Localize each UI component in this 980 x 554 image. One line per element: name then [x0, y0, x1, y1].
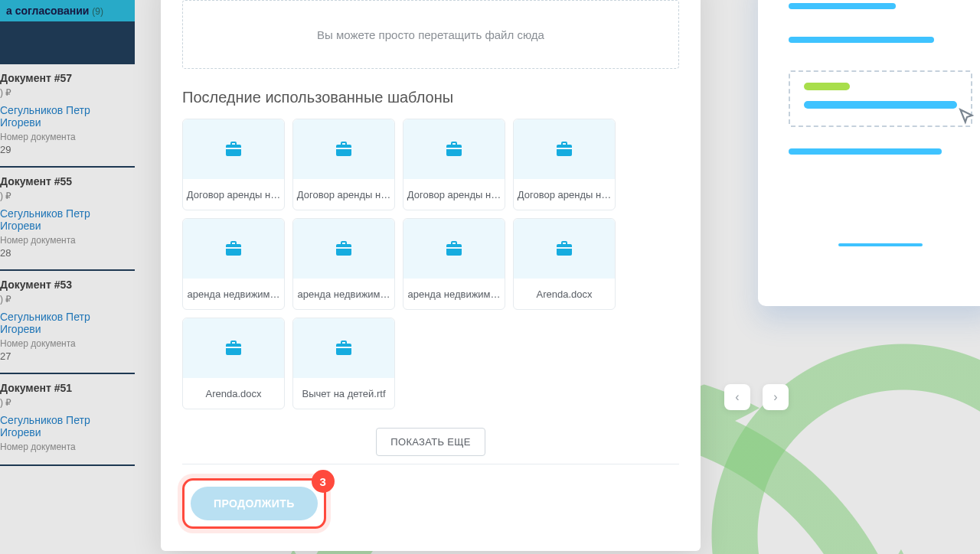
- show-more-button[interactable]: ПОКАЗАТЬ ЕЩЕ: [376, 428, 485, 456]
- template-card[interactable]: Arenda.docx: [182, 318, 285, 409]
- template-label: Договор аренды н…: [293, 179, 394, 210]
- template-label: Arenda.docx: [514, 279, 615, 309]
- dropzone-text: Вы можете просто перетащить файл сюда: [317, 28, 544, 41]
- briefcase-icon: [443, 140, 465, 158]
- briefcase-icon: [333, 140, 354, 158]
- template-card[interactable]: Договор аренды н…: [292, 119, 395, 210]
- template-label: аренда недвижим…: [183, 279, 284, 309]
- template-card[interactable]: Arenda.docx: [513, 218, 616, 310]
- briefcase-icon: [223, 140, 244, 158]
- template-label: Договор аренды н…: [514, 179, 615, 210]
- template-grid: Договор аренды н… Договор аренды н… Дого…: [182, 119, 679, 409]
- chevron-left-icon: ‹: [735, 390, 739, 404]
- briefcase-icon: [333, 240, 354, 258]
- template-label: аренда недвижим…: [293, 279, 394, 309]
- template-card[interactable]: аренда недвижим…: [292, 218, 395, 310]
- illustration-dropzone: [789, 70, 972, 127]
- onboarding-highlight: ПРОДОЛЖИТЬ 3: [182, 478, 326, 529]
- briefcase-icon: [443, 240, 465, 258]
- briefcase-icon: [223, 339, 244, 357]
- template-label: Договор аренды н…: [403, 179, 505, 210]
- cursor-icon: [957, 107, 977, 127]
- template-label: аренда недвижим…: [403, 279, 505, 309]
- pager-prev[interactable]: ‹: [724, 384, 750, 410]
- briefcase-icon: [333, 339, 354, 357]
- recent-templates-title: Последние использованные шаблоны: [182, 89, 679, 106]
- chevron-right-icon: ›: [773, 390, 777, 404]
- template-label: Arenda.docx: [183, 378, 284, 409]
- template-card[interactable]: Вычет на детей.rtf: [292, 318, 395, 409]
- continue-button[interactable]: ПРОДОЛЖИТЬ: [191, 487, 318, 520]
- template-modal: Вы можете просто перетащить файл сюда По…: [161, 0, 701, 551]
- briefcase-icon: [554, 240, 575, 258]
- briefcase-icon: [223, 240, 244, 258]
- step-badge: 3: [312, 470, 335, 493]
- template-card[interactable]: аренда недвижим…: [403, 218, 505, 310]
- briefcase-icon: [554, 140, 575, 158]
- file-dropzone[interactable]: Вы можете просто перетащить файл сюда: [182, 0, 679, 69]
- template-card[interactable]: аренда недвижим…: [182, 218, 285, 310]
- template-label: Договор аренды н…: [183, 179, 284, 210]
- illustration-card: [758, 0, 980, 306]
- template-card[interactable]: Договор аренды н…: [513, 119, 616, 210]
- template-label: Вычет на детей.rtf: [293, 378, 394, 409]
- template-card[interactable]: Договор аренды н…: [403, 119, 505, 210]
- template-card[interactable]: Договор аренды н…: [182, 119, 285, 210]
- illustration-pager: ‹ ›: [724, 384, 789, 410]
- pager-next[interactable]: ›: [763, 384, 789, 410]
